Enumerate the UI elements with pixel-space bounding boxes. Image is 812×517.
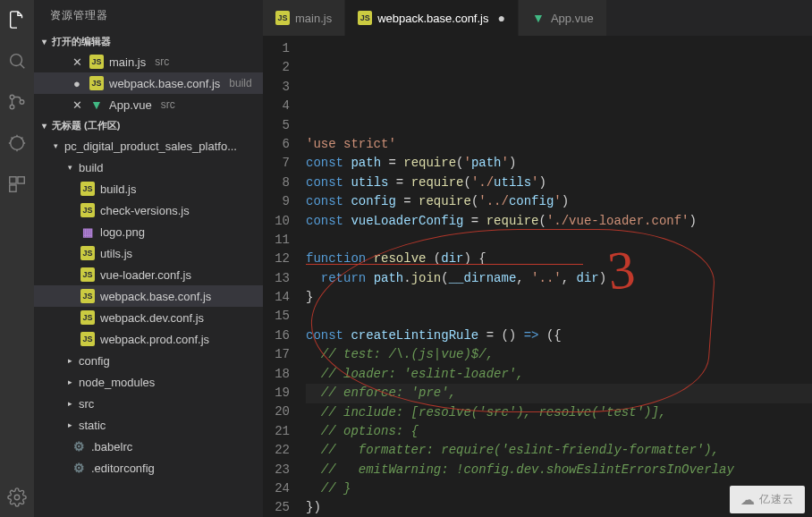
code-line: // include: [resolve('src'), resolve('te… <box>306 403 812 422</box>
code-line: const config = require('../config') <box>306 192 812 211</box>
chevron-right-icon: ▸ <box>64 399 75 408</box>
js-file-icon: JS <box>89 55 104 69</box>
editor-area: JS main.js JS webpack.base.conf.js ● ▼ A… <box>263 0 812 517</box>
project-root-folder[interactable]: ▾ pc_digital_product_sales_platfo... <box>34 135 263 157</box>
line-number: 19 <box>263 384 290 403</box>
line-number: 12 <box>263 250 290 268</box>
svg-point-9 <box>14 495 20 500</box>
folder-label: config <box>79 354 110 368</box>
code-line: function resolve (dir) { <box>306 250 812 268</box>
line-number: 3 <box>263 78 290 97</box>
editor-tab[interactable]: JS webpack.base.conf.js ● <box>345 0 519 36</box>
tree-folder[interactable]: ▸ src <box>34 393 263 414</box>
tree-file-item[interactable]: JSutils.js <box>34 242 263 264</box>
file-name: .editorconfig <box>91 462 155 475</box>
line-number: 17 <box>263 345 290 364</box>
code-content[interactable]: 3 'use strict'const path = require('path… <box>306 36 812 517</box>
watermark-text: 亿速云 <box>759 492 794 507</box>
config-file-icon: ⚙ <box>72 439 86 453</box>
js-file-icon: JS <box>275 11 290 25</box>
svg-point-4 <box>20 100 24 105</box>
code-line: // formatter: require('eslint-friendly-f… <box>306 441 812 460</box>
dirty-indicator-icon[interactable]: ● <box>70 77 84 90</box>
code-line: // options: { <box>306 422 812 441</box>
open-editors-section[interactable]: ▾ 打开的编辑器 <box>34 31 263 51</box>
chevron-down-icon: ▾ <box>50 141 61 150</box>
close-icon[interactable]: ✕ <box>70 55 84 69</box>
editor-tab[interactable]: JS main.js <box>263 0 345 36</box>
config-file-icon: ⚙ <box>72 461 86 475</box>
svg-point-2 <box>10 95 14 99</box>
tree-file-item[interactable]: ▦logo.png <box>34 221 263 242</box>
build-folder[interactable]: ▾ build <box>34 157 263 178</box>
tree-file-item[interactable]: JScheck-versions.js <box>34 199 263 221</box>
code-line: return path.join(__dirname, '..', dir) <box>306 269 812 288</box>
section-label: 无标题 (工作区) <box>52 119 120 132</box>
open-editor-item[interactable]: ✕ ▼ App.vue src <box>34 94 263 115</box>
file-name: webpack.base.conf.js <box>109 77 220 90</box>
file-name: webpack.dev.conf.js <box>100 311 204 325</box>
open-editor-item[interactable]: ● JS webpack.base.conf.js build <box>34 72 263 94</box>
settings-gear-icon[interactable] <box>6 487 28 508</box>
svg-point-0 <box>11 55 22 66</box>
line-number: 13 <box>263 269 290 288</box>
tree-folder[interactable]: ▸ node_modules <box>34 371 263 393</box>
file-name: vue-loader.conf.js <box>100 268 191 282</box>
code-line: const utils = require('./utils') <box>306 174 812 192</box>
tree-folder[interactable]: ▸ static <box>34 414 263 436</box>
line-number: 1 <box>263 39 290 58</box>
code-line <box>306 231 812 250</box>
tree-file-item[interactable]: JSbuild.js <box>34 178 263 199</box>
svg-rect-7 <box>18 177 24 183</box>
chevron-right-icon: ▸ <box>64 356 75 365</box>
file-name: webpack.prod.conf.js <box>100 333 209 346</box>
tree-file-item[interactable]: ⚙.editorconfig <box>34 457 263 479</box>
folder-label: pc_digital_product_sales_platfo... <box>64 140 237 153</box>
js-file-icon: JS <box>80 203 95 217</box>
line-number: 23 <box>263 461 290 479</box>
workspace-section[interactable]: ▾ 无标题 (工作区) <box>34 115 263 135</box>
code-line: // loader: 'eslint-loader', <box>306 365 812 384</box>
tree-folder[interactable]: ▸ config <box>34 350 263 371</box>
open-editor-item[interactable]: ✕ JS main.js src <box>34 51 263 72</box>
explorer-panel: 资源管理器 ▾ 打开的编辑器 ✕ JS main.js src ● JS web… <box>34 0 263 517</box>
code-line: // enforce: 'pre', <box>306 384 812 403</box>
file-name: .babelrc <box>91 440 132 453</box>
js-file-icon: JS <box>80 289 95 303</box>
files-icon[interactable] <box>6 9 28 30</box>
debug-icon[interactable] <box>6 132 28 154</box>
folder-label: build <box>79 161 103 174</box>
file-name: build.js <box>100 182 136 196</box>
line-number: 22 <box>263 441 290 460</box>
code-line: // emitWarning: !config.dev.showEslintEr… <box>306 461 812 479</box>
source-control-icon[interactable] <box>6 91 28 113</box>
editor-tab[interactable]: ▼ App.vue <box>519 0 607 36</box>
chevron-right-icon: ▸ <box>64 420 75 429</box>
extensions-icon[interactable] <box>6 174 28 195</box>
tree-file-item[interactable]: ⚙.babelrc <box>34 436 263 457</box>
file-name: check-versions.js <box>100 204 190 217</box>
line-numbers: 1234567891011121314151617181920212223242… <box>263 36 306 517</box>
svg-line-1 <box>21 64 25 69</box>
tab-label: webpack.base.conf.js <box>377 12 488 25</box>
line-number: 25 <box>263 498 290 517</box>
activity-bar <box>0 0 34 517</box>
tree-file-item[interactable]: JSwebpack.prod.conf.js <box>34 328 263 350</box>
line-number: 18 <box>263 365 290 384</box>
folder-label: src <box>79 397 94 411</box>
tree-file-item[interactable]: JSwebpack.dev.conf.js <box>34 307 263 328</box>
tree-file-item[interactable]: JSvue-loader.conf.js <box>34 264 263 285</box>
file-dir: src <box>161 98 175 111</box>
code-line: 'use strict' <box>306 135 812 154</box>
code-editor[interactable]: 1234567891011121314151617181920212223242… <box>263 36 812 517</box>
tab-label: main.js <box>295 12 332 25</box>
line-number: 4 <box>263 97 290 115</box>
image-file-icon: ▦ <box>80 225 95 239</box>
dirty-indicator-icon[interactable]: ● <box>497 11 504 25</box>
code-line: } <box>306 288 812 307</box>
vue-file-icon: ▼ <box>531 11 546 25</box>
tree-file-item[interactable]: JSwebpack.base.conf.js <box>34 285 263 307</box>
search-icon[interactable] <box>6 50 28 72</box>
chevron-down-icon: ▾ <box>38 121 50 131</box>
close-icon[interactable]: ✕ <box>70 98 84 112</box>
